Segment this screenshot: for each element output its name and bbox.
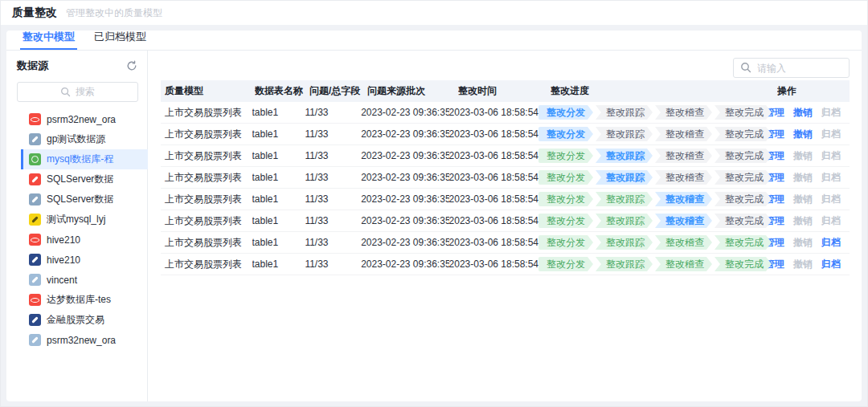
progress-step-active: 整改跟踪 [596, 170, 653, 185]
progress-step-done: 整改分发 [538, 235, 593, 250]
progress-step-done: 整改跟踪 [596, 214, 653, 228]
revoke-link: 撤销 [793, 214, 813, 228]
datasource-item[interactable]: hive210 [21, 250, 148, 270]
sidebar-search-input[interactable]: 搜索 [17, 82, 138, 102]
row-actions: 管理撤销归档 [765, 149, 850, 163]
progress-step-done: 整改稽查 [655, 257, 712, 271]
datasource-item[interactable]: SQLServer数据 [21, 169, 148, 189]
issue-ratio-cell: 11/33 [305, 258, 361, 270]
datasource-item[interactable]: SQLServer数据 [21, 189, 148, 210]
datasource-item[interactable]: hive210 [21, 230, 148, 250]
datasource-item[interactable]: 达梦数据库-tes [21, 290, 148, 310]
datasource-item[interactable]: 测试mysql_lyj [21, 210, 148, 230]
column-header: 操作 [777, 84, 850, 98]
quality-model-cell: 上市交易股票列表 [161, 236, 252, 250]
column-header: 整改进度 [551, 84, 777, 98]
progress-step-pending: 整改完成 [714, 214, 772, 228]
table-name-cell: table1 [252, 258, 305, 270]
datasource-item-label: psrm32new_ora [47, 335, 116, 346]
progress-step-pending: 整改稽查 [655, 105, 712, 120]
progress-step-pending: 整改跟踪 [596, 105, 653, 120]
main-panel: 质量模型数据表名称问题/总字段问题来源批次整改时间整改进度操作 上市交易股票列表… [148, 51, 862, 401]
revoke-link[interactable]: 撤销 [793, 128, 813, 141]
column-header: 整改时间 [458, 84, 551, 98]
issue-batch-time-cell: 2023-02-23 09:36:35 [361, 258, 448, 270]
table-header-row: 质量模型数据表名称问题/总字段问题来源批次整改时间整改进度操作 [161, 80, 850, 102]
progress-step-pending: 整改完成 [714, 192, 772, 206]
progress-step-done: 整改跟踪 [596, 257, 653, 271]
row-actions: 管理撤销归档 [765, 258, 850, 271]
progress-step-done: 整改分发 [538, 257, 593, 271]
fix-time-cell: 2023-03-06 18:58:54 [449, 107, 538, 118]
page-subtitle: 管理整改中的质量模型 [66, 6, 162, 20]
table-name-cell: table1 [252, 150, 305, 161]
finance-navy-icon [29, 314, 41, 326]
refresh-icon[interactable] [125, 59, 138, 72]
datasource-item[interactable]: 金融股票交易 [21, 310, 148, 330]
mysql-yellow-icon [29, 214, 41, 226]
tab-archived-models[interactable]: 已归档模型 [92, 31, 149, 50]
progress-step-pending: 整改完成 [714, 127, 772, 141]
hive-red-icon [29, 234, 41, 246]
table-name-cell: table1 [252, 215, 305, 226]
revoke-link: 撤销 [793, 236, 813, 250]
table-body: 上市交易股票列表table111/332023-02-23 09:36:3520… [161, 102, 850, 275]
column-header: 数据表名称 [255, 84, 309, 98]
progress-steps: 整改分发整改跟踪整改稽查整改完成 [538, 257, 765, 271]
sqlserver-slate-icon [29, 193, 41, 206]
issue-batch-time-cell: 2023-02-23 09:36:35 [361, 107, 448, 118]
issue-batch-time-cell: 2023-02-23 09:36:35 [361, 150, 448, 161]
progress-step-pending: 整改完成 [714, 105, 772, 120]
progress-steps: 整改分发整改跟踪整改稽查整改完成 [538, 214, 765, 228]
revoke-link: 撤销 [793, 149, 813, 163]
issue-ratio-cell: 11/33 [305, 237, 361, 248]
datasource-item-label: gp测试数据源 [47, 132, 105, 146]
archive-link: 归档 [821, 171, 841, 185]
row-actions: 管理撤销归档 [765, 214, 850, 228]
progress-step-done: 整改跟踪 [596, 192, 653, 206]
datasource-item[interactable]: mysql数据库-程 [21, 149, 148, 169]
table-row: 上市交易股票列表table111/332023-02-23 09:36:3520… [161, 210, 850, 232]
quality-model-cell: 上市交易股票列表 [161, 193, 252, 206]
issue-batch-time-cell: 2023-02-23 09:36:35 [361, 237, 448, 248]
quality-model-cell: 上市交易股票列表 [161, 171, 252, 185]
mysql-green-icon [29, 153, 41, 165]
issue-ratio-cell: 11/33 [305, 215, 361, 226]
datasource-item[interactable]: psrm32new_ora [21, 330, 148, 350]
datasource-item-label: 达梦数据库-tes [47, 293, 111, 307]
progress-step-done: 整改跟踪 [596, 235, 653, 250]
archive-link[interactable]: 归档 [821, 236, 841, 250]
progress-step-active: 整改稽查 [655, 214, 712, 228]
archive-link[interactable]: 归档 [821, 258, 841, 271]
progress-step-done: 整改分发 [538, 192, 593, 206]
fix-time-cell: 2023-03-06 18:58:54 [449, 193, 538, 205]
table-row: 上市交易股票列表table111/332023-02-23 09:36:3520… [161, 102, 850, 124]
row-actions: 管理撤销归档 [765, 106, 850, 120]
greenplum-slate-icon [29, 133, 41, 145]
table-name-cell: table1 [252, 172, 305, 183]
fix-time-cell: 2023-03-06 18:58:54 [449, 150, 538, 161]
issue-batch-time-cell: 2023-02-23 09:36:35 [361, 128, 448, 140]
sidebar-title: 数据源 [17, 59, 48, 73]
fix-time-cell: 2023-03-06 18:58:54 [449, 215, 538, 226]
tab-in-progress-models[interactable]: 整改中模型 [20, 31, 77, 50]
datasource-item[interactable]: vincent [21, 270, 148, 290]
page-title: 质量整改 [12, 6, 57, 20]
quality-model-cell: 上市交易股票列表 [161, 214, 252, 228]
datasource-item-label: vincent [47, 275, 77, 286]
revoke-link[interactable]: 撤销 [793, 106, 813, 120]
archive-link: 归档 [821, 106, 841, 120]
datasource-item[interactable]: gp测试数据源 [21, 129, 148, 149]
revoke-link: 撤销 [793, 193, 813, 206]
issue-ratio-cell: 11/33 [305, 107, 361, 118]
datasource-item[interactable]: psrm32new_ora [21, 109, 148, 129]
progress-step-pending: 整改稽查 [655, 149, 712, 163]
row-actions: 管理撤销归档 [765, 193, 850, 206]
fix-time-cell: 2023-03-06 18:58:54 [449, 128, 538, 140]
issue-ratio-cell: 11/33 [305, 150, 361, 161]
progress-step-pending: 整改跟踪 [596, 127, 653, 141]
progress-steps: 整改分发整改跟踪整改稽查整改完成 [538, 127, 765, 141]
progress-step-pending: 整改完成 [714, 170, 772, 185]
progress-step-pending: 整改完成 [714, 149, 772, 163]
quality-model-cell: 上市交易股票列表 [161, 106, 252, 120]
